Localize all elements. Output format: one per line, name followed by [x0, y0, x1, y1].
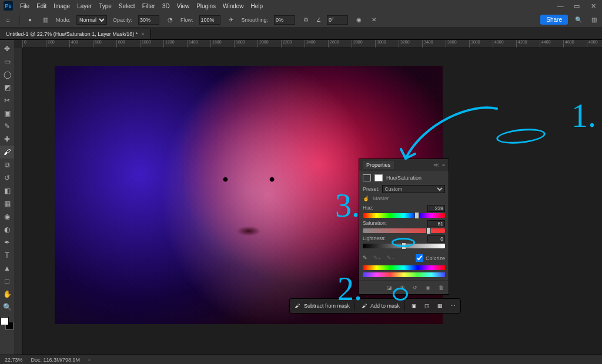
mask-type-icon[interactable] — [374, 174, 383, 181]
pressure-size-icon[interactable]: ◉ — [354, 15, 363, 25]
eraser-tool[interactable]: ◧ — [0, 184, 14, 197]
menu-layer[interactable]: Layer — [73, 3, 95, 9]
menu-file[interactable]: File — [16, 3, 33, 9]
eyedropper-icon[interactable]: ✎ — [363, 255, 367, 261]
smoothing-input[interactable] — [274, 15, 295, 25]
menu-window[interactable]: Window — [219, 3, 248, 9]
document-tab-bar: Untitled-1 @ 22.7% (Hue/Saturation 1, La… — [0, 28, 602, 40]
mask-settings-icon[interactable]: ▦ — [436, 302, 444, 310]
smoothing-label: Smoothing: — [242, 17, 269, 23]
mask-options-icon[interactable]: ◳ — [423, 302, 431, 310]
lasso-tool[interactable]: ◯ — [0, 68, 14, 81]
toggle-visibility-icon[interactable]: ◉ — [424, 284, 432, 292]
type-tool[interactable]: T — [0, 249, 14, 262]
delete-adjustment-icon[interactable]: 🗑 — [437, 284, 445, 292]
history-brush-tool[interactable]: ↺ — [0, 171, 14, 184]
document-tab[interactable]: Untitled-1 @ 22.7% (Hue/Saturation 1, La… — [0, 29, 151, 39]
saturation-slider[interactable] — [363, 228, 445, 233]
menu-image[interactable]: Image — [50, 3, 73, 9]
zoom-tool[interactable]: 🔍 — [0, 301, 14, 314]
blend-mode-select[interactable]: Normal — [76, 15, 107, 25]
ruler-horizontal[interactable]: 0200400600800100012001400160018002000220… — [22, 40, 602, 48]
doc-size[interactable]: Doc: 116.3M/798.9M — [31, 357, 81, 363]
path-select-tool[interactable]: ▲ — [0, 262, 14, 275]
menu-view[interactable]: View — [173, 3, 193, 9]
blur-tool[interactable]: ◉ — [0, 210, 14, 223]
frame-tool[interactable]: ▣ — [0, 107, 14, 120]
lightness-slider[interactable] — [363, 244, 445, 248]
brush-tool[interactable]: 🖌 — [0, 146, 14, 159]
reset-adjustment-icon[interactable]: ↺ — [411, 284, 419, 292]
colorize-checkbox[interactable]: Colorize — [416, 252, 445, 263]
saturation-value[interactable]: 61 — [427, 220, 445, 227]
foreground-color-swatch[interactable] — [1, 317, 9, 325]
lightness-value[interactable]: 0 — [427, 235, 445, 242]
zoom-level[interactable]: 22.73% — [5, 357, 23, 363]
options-bar: ⌂ ● ▥ Mode: Normal Opacity: ◔ Flow: ✈ Sm… — [0, 12, 602, 28]
flow-input[interactable] — [199, 15, 220, 25]
brush-preset-icon[interactable]: ● — [25, 15, 35, 25]
window-controls: — ▭ ✕ — [555, 2, 598, 10]
search-icon[interactable]: 🔍 — [574, 15, 583, 25]
invert-mask-icon[interactable]: ▣ — [410, 302, 418, 310]
hue-spectrum-shifted — [363, 272, 445, 277]
menu-help[interactable]: Help — [248, 3, 267, 9]
document-tab-title: Untitled-1 @ 22.7% (Hue/Saturation 1, La… — [6, 31, 138, 37]
marquee-tool[interactable]: ▭ — [0, 55, 14, 68]
healing-tool[interactable]: ✚ — [0, 133, 14, 146]
rectangle-tool[interactable]: □ — [0, 275, 14, 288]
stamp-tool[interactable]: ⧉ — [0, 159, 14, 171]
add-to-mask-button[interactable]: 🖌Add to mask — [360, 302, 400, 310]
hue-slider[interactable] — [363, 213, 445, 218]
menu-bar: Ps FileEditImageLayerTypeSelectFilter3DV… — [0, 0, 602, 12]
menu-plugins[interactable]: Plugins — [193, 3, 219, 9]
opacity-input[interactable] — [138, 15, 159, 25]
subtract-from-mask-button[interactable]: 🖌Subtract from mask — [293, 302, 350, 310]
maximize-button[interactable]: ▭ — [571, 2, 582, 10]
brush-settings-icon[interactable]: ▥ — [41, 15, 50, 25]
properties-tab[interactable]: Properties — [363, 161, 394, 169]
opacity-label: Opacity: — [113, 17, 132, 23]
menu-3d[interactable]: 3D — [159, 3, 173, 9]
more-options-icon[interactable]: ⋯ — [449, 302, 457, 310]
home-icon[interactable]: ⌂ — [4, 15, 13, 25]
move-tool[interactable]: ✥ — [0, 42, 14, 55]
pressure-opacity-icon[interactable]: ◔ — [165, 15, 175, 25]
preset-select[interactable]: Custom — [382, 185, 445, 193]
eyedropper-tool[interactable]: ✎ — [0, 120, 14, 133]
symmetry-icon[interactable]: ✕ — [369, 15, 379, 25]
share-button[interactable]: Share — [540, 15, 568, 25]
minimize-button[interactable]: — — [555, 2, 566, 10]
menu-type[interactable]: Type — [95, 3, 115, 9]
color-swatches[interactable] — [1, 317, 14, 330]
flow-label: Flow: — [180, 17, 193, 23]
hue-value[interactable]: 239 — [427, 205, 445, 212]
airbrush-icon[interactable]: ✈ — [226, 15, 236, 25]
menu-edit[interactable]: Edit — [33, 3, 50, 9]
targeted-adjust-icon[interactable]: ☝ — [363, 196, 369, 201]
eyedropper-minus-icon[interactable]: ✎₋ — [387, 255, 394, 261]
smoothing-options-icon[interactable]: ⚙ — [301, 15, 310, 25]
angle-input[interactable] — [327, 15, 348, 25]
clip-to-layer-icon[interactable]: ◪ — [385, 284, 393, 292]
angle-label: ∠ — [316, 17, 321, 23]
pen-tool[interactable]: ✒ — [0, 236, 14, 249]
eyedropper-plus-icon[interactable]: ✎₊ — [373, 255, 381, 261]
crop-tool[interactable]: ✂ — [0, 94, 14, 107]
brush-icon: 🖌 — [360, 302, 368, 310]
hand-tool[interactable]: ✋ — [0, 288, 14, 301]
view-previous-icon[interactable]: 👁 — [398, 284, 406, 292]
app-logo: Ps — [4, 1, 13, 11]
object-select-tool[interactable]: ◩ — [0, 81, 14, 94]
ruler-vertical[interactable] — [14, 48, 22, 355]
properties-type-label: Hue/Saturation — [386, 175, 422, 181]
menu-filter[interactable]: Filter — [139, 3, 159, 9]
close-tab-icon[interactable]: × — [141, 31, 144, 37]
close-button[interactable]: ✕ — [588, 2, 598, 10]
dodge-tool[interactable]: ◐ — [0, 223, 14, 236]
workspace-icon[interactable]: ▥ — [589, 15, 598, 25]
adjustment-type-icon — [363, 174, 371, 181]
gradient-tool[interactable]: ▦ — [0, 197, 14, 210]
status-bar: 22.73% Doc: 116.3M/798.9M › — [0, 355, 602, 364]
menu-select[interactable]: Select — [115, 3, 139, 9]
